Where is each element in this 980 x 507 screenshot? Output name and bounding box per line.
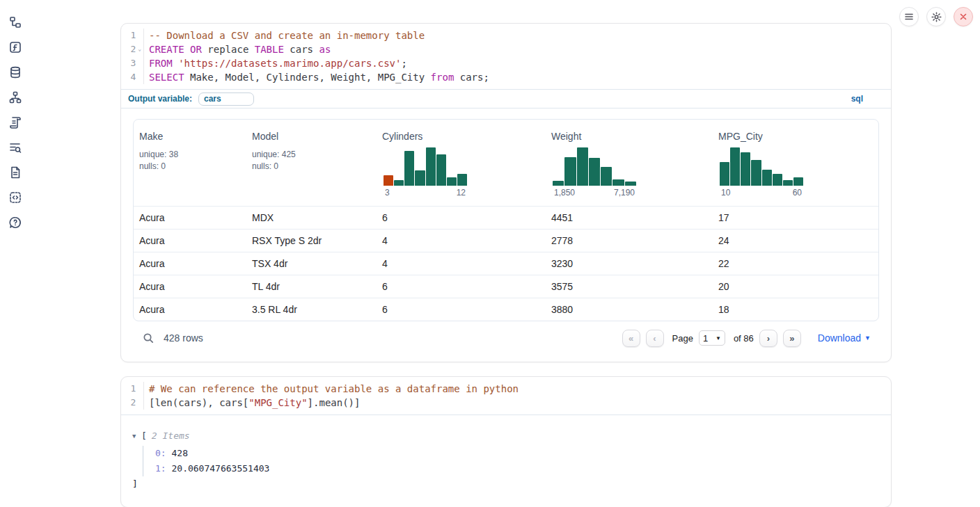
weight-histogram: 1,850 7,190	[553, 147, 636, 198]
table-cell: 4451	[546, 212, 713, 223]
snippets-icon[interactable]	[8, 191, 22, 204]
list-entries: 0: 428 1: 20.060747663551403	[143, 446, 880, 476]
table-row: Acura3.5 RL 4dr6388018	[134, 298, 878, 321]
document-icon[interactable]	[8, 166, 22, 179]
sidebar	[0, 0, 31, 507]
column-header-weight: Weight 1,850 7,190	[546, 120, 713, 206]
table-row: AcuraTL 4dr6357520	[134, 275, 878, 298]
python-output: ▼ [ 2 Items 0: 428 1: 20.060747663551403…	[121, 415, 891, 507]
table-cell: 22	[713, 258, 878, 269]
page-select[interactable]: 1 ▼	[699, 330, 725, 346]
last-page-button[interactable]: »	[783, 330, 801, 347]
help-icon[interactable]	[8, 216, 22, 230]
network-icon[interactable]	[8, 90, 22, 104]
previous-page-button[interactable]: ‹	[646, 330, 664, 347]
column-header-make: Make unique: 38 nulls: 0	[134, 120, 246, 206]
table-cell: 18	[713, 304, 878, 315]
row-count: 428 rows	[164, 332, 203, 344]
output-variable-label: Output variable:	[128, 94, 192, 104]
search-icon[interactable]	[143, 332, 155, 344]
table-footer: 428 rows « ‹ Page 1 ▼ of 86 › » Download…	[133, 321, 879, 355]
table-cell: 3230	[546, 258, 713, 269]
menu-button[interactable]	[899, 7, 919, 26]
stat-nulls: nulls: 0	[252, 161, 377, 172]
log-search-icon[interactable]	[8, 140, 22, 154]
output-variable-input[interactable]	[198, 92, 254, 106]
table-cell: 6	[377, 212, 546, 223]
pagination: « ‹ Page 1 ▼ of 86 › » Download ▼	[622, 330, 878, 347]
table-cell: 17	[713, 212, 878, 223]
table-cell: 2778	[546, 235, 713, 246]
of-pages-label: of 86	[734, 333, 754, 344]
table-row: AcuraRSX Type S 2dr4277824	[134, 229, 878, 252]
stat-unique: unique: 425	[252, 149, 377, 161]
first-page-button[interactable]: «	[622, 330, 640, 347]
table-cell: Acura	[134, 304, 246, 315]
table-cell: RSX Type S 2dr	[246, 235, 377, 246]
file-tree-icon[interactable]	[8, 15, 22, 29]
code-line: 2[len(cars), cars["MPG_City"].mean()]	[121, 396, 891, 410]
stat-unique: unique: 38	[139, 149, 246, 161]
code-line: 1-- Download a CSV and create an in-memo…	[121, 29, 891, 42]
table-cell: TL 4dr	[246, 281, 377, 292]
table-body: AcuraMDX6445117AcuraRSX Type S 2dr427782…	[134, 206, 878, 321]
table-cell: 24	[713, 235, 878, 246]
data-table: Make unique: 38 nulls: 0 Model unique: 4…	[133, 119, 879, 321]
code-line: 4SELECT Make, Model, Cylinders, Weight, …	[121, 70, 891, 84]
next-page-button[interactable]: ›	[759, 330, 777, 347]
list-item: 1: 20.060747663551403	[155, 461, 880, 476]
table-cell: Acura	[134, 281, 246, 292]
table-row: AcuraTSX 4dr4323022	[134, 252, 878, 275]
stat-nulls: nulls: 0	[139, 161, 246, 172]
sql-code-editor[interactable]: 1-- Download a CSV and create an in-memo…	[121, 24, 891, 89]
database-icon[interactable]	[8, 65, 22, 79]
table-cell: 4	[377, 235, 546, 246]
chevron-down-icon: ▼	[864, 335, 871, 341]
table-cell: 6	[377, 281, 546, 292]
code-line: 1# We can reference the output variable …	[121, 382, 891, 396]
table-cell: 6	[377, 304, 546, 315]
table-cell: TSX 4dr	[246, 258, 377, 269]
table-cell: 20	[713, 281, 878, 292]
python-code-editor[interactable]: 1# We can reference the output variable …	[121, 377, 891, 415]
table-cell: MDX	[246, 212, 377, 223]
language-badge: sql	[851, 94, 863, 104]
output-variable-row: Output variable: sql	[121, 89, 891, 108]
sql-cell: 1-- Download a CSV and create an in-memo…	[120, 23, 892, 362]
collapse-chevron-icon[interactable]: ▼	[132, 433, 141, 440]
mpg-city-histogram: 10 60	[720, 147, 803, 198]
table-cell: Acura	[134, 258, 246, 269]
table-cell: 3880	[546, 304, 713, 315]
download-button[interactable]: Download ▼	[818, 332, 871, 344]
column-header-cylinders: Cylinders 3 12	[377, 120, 546, 206]
table-cell: 3575	[546, 281, 713, 292]
close-button[interactable]	[954, 7, 973, 26]
cylinders-histogram: 3 12	[384, 147, 467, 198]
table-output-region: Make unique: 38 nulls: 0 Model unique: 4…	[121, 108, 891, 362]
open-bracket: [	[141, 430, 147, 441]
code-line: 2⌄CREATE OR replace TABLE cars as	[121, 42, 891, 56]
fold-chevron-icon[interactable]: ⌄	[136, 42, 143, 56]
python-cell: 1# We can reference the output variable …	[120, 376, 892, 507]
topbar-controls	[899, 7, 973, 26]
column-header-mpg-city: MPG_City 10 60	[713, 120, 878, 206]
table-cell: Acura	[134, 235, 246, 246]
table-cell: Acura	[134, 212, 246, 223]
table-cell: 3.5 RL 4dr	[246, 304, 377, 315]
chevron-down-icon: ▼	[716, 335, 721, 341]
settings-button[interactable]	[926, 7, 946, 26]
notebook: 1-- Download a CSV and create an in-memo…	[120, 23, 892, 507]
table-row: AcuraMDX6445117	[134, 206, 878, 229]
function-icon[interactable]	[8, 40, 22, 54]
scroll-icon[interactable]	[8, 115, 22, 129]
list-item: 0: 428	[155, 446, 880, 461]
page-label: Page	[672, 333, 693, 344]
close-bracket: ]	[132, 478, 880, 489]
code-line: 3FROM 'https://datasets.marimo.app/cars.…	[121, 56, 891, 70]
table-header: Make unique: 38 nulls: 0 Model unique: 4…	[134, 120, 878, 206]
table-cell: 4	[377, 258, 546, 269]
items-count-label: 2 Items	[152, 430, 190, 441]
column-header-model: Model unique: 425 nulls: 0	[246, 120, 377, 206]
